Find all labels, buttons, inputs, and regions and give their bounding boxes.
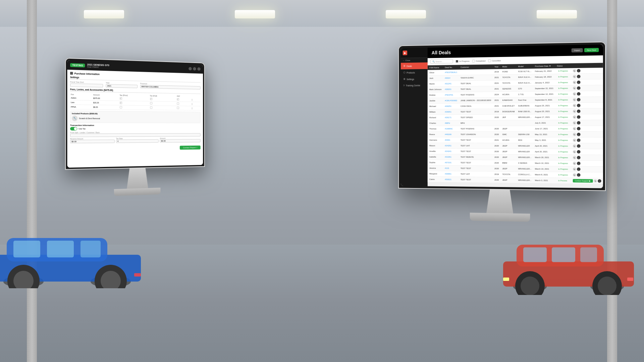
table-row[interactable]: Mason #24251 TEST UAT 2020 JEEP WRANGLER… (428, 143, 603, 149)
edit-btn[interactable]: ✎ (573, 173, 576, 177)
more-btn[interactable]: ⋮ (577, 156, 580, 159)
edit-btn[interactable]: ✎ (573, 168, 576, 171)
import-button[interactable]: Import (572, 48, 583, 53)
in-progress-checkbox[interactable]: ✓ (456, 60, 459, 62)
edit-btn[interactable]: ✎ (573, 127, 576, 130)
cell-year: 2020 (493, 160, 500, 166)
new-deal-button[interactable]: New Deal (584, 48, 599, 52)
edit-btn[interactable]: ✎ (573, 86, 576, 90)
fee-del-2[interactable]: ⋮ (191, 102, 201, 106)
more-btn[interactable]: ⋮ (577, 104, 580, 107)
contact-report-button[interactable]: Contact Report > (180, 145, 200, 149)
filter-completed[interactable]: Completed (472, 59, 486, 62)
more-btn[interactable]: ⋮ (577, 110, 580, 113)
more-btn[interactable]: ⋮ (577, 75, 580, 78)
filter-in-progress[interactable]: ✓ In Progress (456, 60, 470, 63)
more-btn[interactable]: ⋮ (577, 173, 580, 177)
back-button[interactable]: ← Close (401, 58, 428, 63)
search-box[interactable]: 🔍 Search... (430, 59, 453, 64)
more-btn[interactable]: ⋮ (577, 115, 580, 119)
edit-btn[interactable]: ✎ (573, 162, 576, 165)
cell-status: In Progress (555, 160, 571, 166)
edit-btn[interactable]: ✎ (573, 69, 576, 72)
monitor-screen-left: TESTING 2021 GENESIS G70 Deal #59697 (65, 58, 205, 170)
contact-support-btn[interactable]: Contact Support ▶ (573, 179, 593, 183)
deals-table-scroll[interactable]: FSM Name Deal No. Customer Year Make Mod… (428, 63, 603, 188)
edit-btn[interactable]: ✎ (573, 150, 576, 154)
cell-year: 2021 (493, 80, 500, 86)
table-row[interactable]: Hannans #0001 TEST TEST 2021 ACURA RDX M… (428, 137, 603, 143)
edit-btn[interactable]: ✎ (573, 98, 576, 101)
edit-btn[interactable]: ✎ (573, 81, 576, 84)
input-tax-rate[interactable]: 4 (116, 139, 159, 143)
table-row[interactable]: Calvin #50021 TEST TEST 2020 JEEP WRANGL… (428, 176, 603, 184)
edit-btn[interactable]: ✎ (573, 133, 576, 136)
input-year[interactable]: 2021 (106, 84, 138, 88)
filter-cancelled[interactable]: Cancelled (488, 59, 501, 62)
fee-del-3[interactable]: ⋮ (191, 106, 201, 110)
included-products-section: Included Products ($500.00) 🔧 Scratch & … (70, 111, 201, 123)
cancelled-checkbox[interactable] (488, 59, 491, 62)
more-btn[interactable]: ⋮ (577, 144, 580, 148)
sidebar-item-training[interactable]: ? Training Centre (401, 82, 428, 88)
more-btn[interactable]: ⋮ (577, 162, 580, 165)
cell-customer: MPd (459, 120, 493, 126)
edit-btn[interactable]: ✎ (573, 110, 576, 113)
more-btn[interactable]: ⋮ (577, 133, 580, 136)
edit-btn[interactable]: ✎ (573, 104, 576, 107)
cell-make: KAWASAKI (500, 97, 516, 103)
fee-tax2-3 (149, 106, 176, 110)
table-row[interactable]: Charles #MPd MPd July 9, 2021 In Progres… (428, 120, 603, 126)
row-actions: ✎ ⋮ (573, 156, 601, 160)
cell-deal-no: #26051 (443, 109, 459, 115)
table-row[interactable]: William #26051 TEST TEST 2019 DODGE/RAM … (428, 108, 603, 115)
edit-btn[interactable]: ✎ (573, 115, 576, 119)
cell-deal-no: #31241 (443, 81, 459, 86)
more-btn[interactable]: ⋮ (577, 150, 580, 154)
more-btn[interactable]: ⋮ (598, 179, 601, 183)
table-row[interactable]: Reece #46166 TEST JOHNSON 2020 GMC SIERR… (428, 131, 603, 137)
completed-checkbox[interactable] (472, 60, 475, 62)
row-actions: ✎ ⋮ (573, 115, 601, 119)
edit-btn[interactable]: ✎ (573, 156, 576, 159)
edit-btn[interactable]: ✎ (573, 144, 576, 148)
edit-btn[interactable]: ✎ (573, 121, 576, 124)
sidebar-item-settings[interactable]: ⚙ Settings (401, 76, 428, 83)
input-reserve[interactable]: $0.00 (70, 139, 115, 143)
more-btn[interactable]: ⋮ (577, 138, 580, 142)
cell-date: June 17, 2021 (533, 126, 555, 131)
more-btn[interactable]: ⋮ (577, 69, 580, 72)
cell-fsm: Margaret (428, 171, 443, 177)
more-btn[interactable]: ⋮ (577, 80, 580, 84)
input-fiscal-year[interactable] (70, 83, 103, 87)
more-btn[interactable]: ⋮ (577, 98, 580, 101)
edit-btn[interactable]: ✎ (594, 179, 597, 183)
more-btn[interactable]: ⋮ (577, 168, 580, 171)
table-row[interactable]: Thomas #10065C TEST POERAS 2020 JEEP Jun… (428, 126, 603, 131)
sidebar-item-deals[interactable]: ☰ Deals (401, 62, 428, 69)
header-icon-1 (189, 67, 192, 70)
more-btn[interactable]: ⋮ (577, 86, 580, 90)
more-btn[interactable]: ⋮ (577, 127, 580, 130)
edit-btn[interactable]: ✎ (573, 75, 576, 78)
cell-actions: ✎ ⋮ (571, 85, 603, 91)
monitor-screen-right: ▶ ← Close ☰ Deals ⬡ Products (398, 42, 606, 191)
input-amount-calc[interactable]: $0.00 (160, 139, 201, 143)
status-badge: In Progress (557, 127, 569, 130)
cell-deal-no: #26171 (443, 115, 459, 120)
edit-btn[interactable]: ✎ (573, 92, 576, 96)
fee-del-1[interactable]: ⋮ (191, 98, 201, 102)
more-btn[interactable]: ⋮ (577, 92, 580, 96)
cell-customer: JANE JAMISON - 2021081813000 (459, 98, 493, 104)
fee-amount-3: $8.25 (93, 105, 119, 110)
field-fiscal-year: Fiscal Year End (70, 81, 103, 87)
input-front-split[interactable] (70, 133, 201, 137)
edit-btn[interactable]: ✎ (573, 138, 576, 142)
more-btn[interactable]: ⋮ (577, 121, 580, 124)
cell-status: In Progress (555, 143, 571, 149)
cell-actions: ✎ ⋮ (571, 79, 603, 85)
table-row[interactable]: Richard #26171 TEST SPEED 2020 JEP WRANG… (428, 114, 603, 120)
toggle-switch[interactable] (70, 127, 77, 130)
cell-date: January 4, 2022 (533, 80, 555, 86)
sidebar-item-products[interactable]: ⬡ Products (401, 69, 428, 76)
